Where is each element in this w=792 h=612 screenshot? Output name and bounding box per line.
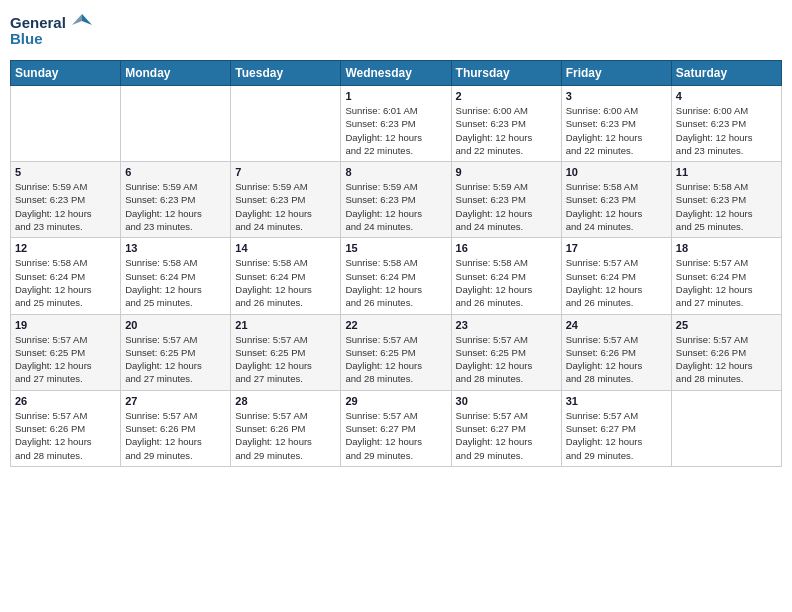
calendar-cell: 6Sunrise: 5:59 AMSunset: 6:23 PMDaylight… <box>121 162 231 238</box>
calendar-cell: 15Sunrise: 5:58 AMSunset: 6:24 PMDayligh… <box>341 238 451 314</box>
calendar-cell: 18Sunrise: 5:57 AMSunset: 6:24 PMDayligh… <box>671 238 781 314</box>
day-info: Sunrise: 5:57 AMSunset: 6:25 PMDaylight:… <box>345 333 446 386</box>
day-info: Sunrise: 5:59 AMSunset: 6:23 PMDaylight:… <box>125 180 226 233</box>
day-number: 26 <box>15 395 116 407</box>
day-number: 8 <box>345 166 446 178</box>
day-number: 17 <box>566 242 667 254</box>
day-number: 7 <box>235 166 336 178</box>
calendar-cell: 5Sunrise: 5:59 AMSunset: 6:23 PMDaylight… <box>11 162 121 238</box>
calendar-cell: 11Sunrise: 5:58 AMSunset: 6:23 PMDayligh… <box>671 162 781 238</box>
svg-marker-2 <box>82 14 92 25</box>
calendar-cell: 4Sunrise: 6:00 AMSunset: 6:23 PMDaylight… <box>671 86 781 162</box>
calendar-table: SundayMondayTuesdayWednesdayThursdayFrid… <box>10 60 782 467</box>
day-number: 3 <box>566 90 667 102</box>
day-number: 15 <box>345 242 446 254</box>
calendar-cell <box>231 86 341 162</box>
calendar-cell: 12Sunrise: 5:58 AMSunset: 6:24 PMDayligh… <box>11 238 121 314</box>
day-number: 21 <box>235 319 336 331</box>
calendar-cell: 1Sunrise: 6:01 AMSunset: 6:23 PMDaylight… <box>341 86 451 162</box>
calendar-cell <box>121 86 231 162</box>
day-info: Sunrise: 6:00 AMSunset: 6:23 PMDaylight:… <box>676 104 777 157</box>
weekday-header-row: SundayMondayTuesdayWednesdayThursdayFrid… <box>11 61 782 86</box>
day-number: 4 <box>676 90 777 102</box>
day-number: 6 <box>125 166 226 178</box>
calendar-cell: 26Sunrise: 5:57 AMSunset: 6:26 PMDayligh… <box>11 390 121 466</box>
day-number: 18 <box>676 242 777 254</box>
day-info: Sunrise: 5:57 AMSunset: 6:26 PMDaylight:… <box>676 333 777 386</box>
day-number: 12 <box>15 242 116 254</box>
weekday-header-thursday: Thursday <box>451 61 561 86</box>
calendar-cell: 10Sunrise: 5:58 AMSunset: 6:23 PMDayligh… <box>561 162 671 238</box>
day-info: Sunrise: 5:59 AMSunset: 6:23 PMDaylight:… <box>235 180 336 233</box>
day-info: Sunrise: 6:00 AMSunset: 6:23 PMDaylight:… <box>566 104 667 157</box>
day-info: Sunrise: 6:01 AMSunset: 6:23 PMDaylight:… <box>345 104 446 157</box>
calendar-week-row: 12Sunrise: 5:58 AMSunset: 6:24 PMDayligh… <box>11 238 782 314</box>
day-info: Sunrise: 5:57 AMSunset: 6:27 PMDaylight:… <box>345 409 446 462</box>
day-info: Sunrise: 5:57 AMSunset: 6:25 PMDaylight:… <box>235 333 336 386</box>
calendar-cell: 28Sunrise: 5:57 AMSunset: 6:26 PMDayligh… <box>231 390 341 466</box>
day-number: 30 <box>456 395 557 407</box>
weekday-header-wednesday: Wednesday <box>341 61 451 86</box>
day-number: 10 <box>566 166 667 178</box>
calendar-week-row: 26Sunrise: 5:57 AMSunset: 6:26 PMDayligh… <box>11 390 782 466</box>
day-info: Sunrise: 5:57 AMSunset: 6:25 PMDaylight:… <box>125 333 226 386</box>
calendar-cell: 17Sunrise: 5:57 AMSunset: 6:24 PMDayligh… <box>561 238 671 314</box>
day-number: 20 <box>125 319 226 331</box>
day-number: 31 <box>566 395 667 407</box>
day-info: Sunrise: 5:57 AMSunset: 6:27 PMDaylight:… <box>566 409 667 462</box>
calendar-cell: 7Sunrise: 5:59 AMSunset: 6:23 PMDaylight… <box>231 162 341 238</box>
calendar-cell: 8Sunrise: 5:59 AMSunset: 6:23 PMDaylight… <box>341 162 451 238</box>
calendar-cell: 21Sunrise: 5:57 AMSunset: 6:25 PMDayligh… <box>231 314 341 390</box>
day-number: 24 <box>566 319 667 331</box>
calendar-cell: 27Sunrise: 5:57 AMSunset: 6:26 PMDayligh… <box>121 390 231 466</box>
calendar-cell: 23Sunrise: 5:57 AMSunset: 6:25 PMDayligh… <box>451 314 561 390</box>
calendar-cell: 29Sunrise: 5:57 AMSunset: 6:27 PMDayligh… <box>341 390 451 466</box>
calendar-week-row: 1Sunrise: 6:01 AMSunset: 6:23 PMDaylight… <box>11 86 782 162</box>
day-info: Sunrise: 5:57 AMSunset: 6:26 PMDaylight:… <box>566 333 667 386</box>
day-info: Sunrise: 5:58 AMSunset: 6:24 PMDaylight:… <box>345 256 446 309</box>
day-info: Sunrise: 5:57 AMSunset: 6:25 PMDaylight:… <box>456 333 557 386</box>
day-info: Sunrise: 5:57 AMSunset: 6:25 PMDaylight:… <box>15 333 116 386</box>
day-number: 28 <box>235 395 336 407</box>
weekday-header-monday: Monday <box>121 61 231 86</box>
calendar-cell: 19Sunrise: 5:57 AMSunset: 6:25 PMDayligh… <box>11 314 121 390</box>
day-number: 19 <box>15 319 116 331</box>
day-number: 14 <box>235 242 336 254</box>
svg-text:General: General <box>10 14 66 31</box>
calendar-cell: 13Sunrise: 5:58 AMSunset: 6:24 PMDayligh… <box>121 238 231 314</box>
day-number: 13 <box>125 242 226 254</box>
calendar-cell: 24Sunrise: 5:57 AMSunset: 6:26 PMDayligh… <box>561 314 671 390</box>
calendar-cell: 9Sunrise: 5:59 AMSunset: 6:23 PMDaylight… <box>451 162 561 238</box>
day-number: 25 <box>676 319 777 331</box>
day-info: Sunrise: 6:00 AMSunset: 6:23 PMDaylight:… <box>456 104 557 157</box>
day-number: 5 <box>15 166 116 178</box>
calendar-cell: 14Sunrise: 5:58 AMSunset: 6:24 PMDayligh… <box>231 238 341 314</box>
logo: General Blue <box>10 10 100 52</box>
weekday-header-sunday: Sunday <box>11 61 121 86</box>
day-number: 22 <box>345 319 446 331</box>
day-number: 1 <box>345 90 446 102</box>
day-info: Sunrise: 5:57 AMSunset: 6:26 PMDaylight:… <box>15 409 116 462</box>
weekday-header-tuesday: Tuesday <box>231 61 341 86</box>
calendar-cell: 16Sunrise: 5:58 AMSunset: 6:24 PMDayligh… <box>451 238 561 314</box>
svg-marker-3 <box>72 14 82 25</box>
day-info: Sunrise: 5:57 AMSunset: 6:24 PMDaylight:… <box>676 256 777 309</box>
calendar-cell: 25Sunrise: 5:57 AMSunset: 6:26 PMDayligh… <box>671 314 781 390</box>
day-info: Sunrise: 5:57 AMSunset: 6:27 PMDaylight:… <box>456 409 557 462</box>
day-info: Sunrise: 5:59 AMSunset: 6:23 PMDaylight:… <box>456 180 557 233</box>
day-info: Sunrise: 5:58 AMSunset: 6:23 PMDaylight:… <box>566 180 667 233</box>
day-info: Sunrise: 5:59 AMSunset: 6:23 PMDaylight:… <box>345 180 446 233</box>
day-number: 23 <box>456 319 557 331</box>
calendar-week-row: 19Sunrise: 5:57 AMSunset: 6:25 PMDayligh… <box>11 314 782 390</box>
calendar-cell: 31Sunrise: 5:57 AMSunset: 6:27 PMDayligh… <box>561 390 671 466</box>
weekday-header-friday: Friday <box>561 61 671 86</box>
day-number: 27 <box>125 395 226 407</box>
day-number: 2 <box>456 90 557 102</box>
calendar-cell: 20Sunrise: 5:57 AMSunset: 6:25 PMDayligh… <box>121 314 231 390</box>
day-number: 9 <box>456 166 557 178</box>
day-info: Sunrise: 5:58 AMSunset: 6:24 PMDaylight:… <box>456 256 557 309</box>
day-info: Sunrise: 5:57 AMSunset: 6:26 PMDaylight:… <box>125 409 226 462</box>
svg-text:Blue: Blue <box>10 30 43 47</box>
calendar-week-row: 5Sunrise: 5:59 AMSunset: 6:23 PMDaylight… <box>11 162 782 238</box>
calendar-cell: 30Sunrise: 5:57 AMSunset: 6:27 PMDayligh… <box>451 390 561 466</box>
